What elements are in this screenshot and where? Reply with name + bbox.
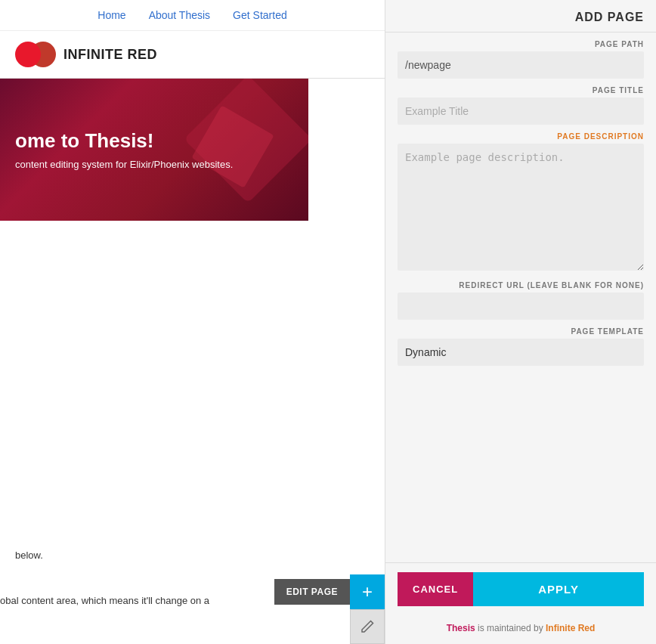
page-path-label: PAGE PATH xyxy=(398,40,644,48)
hero-banner: ome to Thesis! content editing system fo… xyxy=(0,79,308,221)
infinite-red-brand-text: Infinite Red xyxy=(546,623,595,633)
cancel-button[interactable]: CANCEL xyxy=(398,572,473,606)
panel-header: ADD PAGE xyxy=(385,0,656,33)
edit-icon-button[interactable] xyxy=(350,609,385,644)
add-page-button[interactable]: + xyxy=(350,574,385,609)
page-template-select[interactable]: Dynamic xyxy=(398,339,644,366)
edit-page-button[interactable]: EDIT PAGE xyxy=(274,579,350,605)
footer-attribution: Thesis is maintained by Infinite Red xyxy=(385,615,656,644)
page-description-label: PAGE DESCRIPTION xyxy=(398,132,644,141)
page-title-field: PAGE TITLE xyxy=(398,79,644,125)
page-description-field: PAGE DESCRIPTION xyxy=(398,125,644,274)
page-title-label: PAGE TITLE xyxy=(398,86,644,94)
global-text: obal content area, which means it'll cha… xyxy=(0,595,209,606)
page-description-input[interactable] xyxy=(398,144,644,271)
panel-footer: CANCEL APPLY xyxy=(385,562,656,615)
redirect-url-input[interactable] xyxy=(398,293,644,320)
page-path-input[interactable] xyxy=(398,51,644,79)
logo-icon xyxy=(15,42,56,67)
logo-circle-left xyxy=(15,42,41,67)
page-title-input[interactable] xyxy=(398,98,644,125)
redirect-url-label: REDIRECT URL (LEAVE BLANK FOR NONE) xyxy=(398,281,644,289)
right-panel: ADD PAGE PAGE PATH PAGE TITLE PAGE DESCR… xyxy=(385,0,656,644)
attribution-middle: is maintained by xyxy=(475,623,546,633)
hero-title: ome to Thesis! xyxy=(15,129,293,153)
nav-home[interactable]: Home xyxy=(97,9,125,21)
page-path-field: PAGE PATH xyxy=(398,33,644,79)
redirect-url-field: REDIRECT URL (LEAVE BLANK FOR NONE) xyxy=(398,274,644,320)
nav-bar: Home About Thesis Get Started xyxy=(0,0,385,31)
nav-about[interactable]: About Thesis xyxy=(149,9,210,21)
thesis-brand-text: Thesis xyxy=(447,623,475,633)
page-template-label: PAGE TEMPLATE xyxy=(398,327,644,336)
below-text: below. xyxy=(15,550,43,561)
left-panel: Home About Thesis Get Started INFINITE R… xyxy=(0,0,385,644)
apply-button[interactable]: APPLY xyxy=(473,572,644,606)
page-template-field: PAGE TEMPLATE Dynamic xyxy=(398,320,644,366)
logo-area: INFINITE RED xyxy=(0,31,385,78)
logo-text: INFINITE RED xyxy=(63,47,157,63)
hero-subtitle: content editing system for Elixir/Phoeni… xyxy=(15,159,293,170)
nav-get-started[interactable]: Get Started xyxy=(233,9,287,21)
form-section: PAGE PATH PAGE TITLE PAGE DESCRIPTION RE… xyxy=(385,33,656,562)
